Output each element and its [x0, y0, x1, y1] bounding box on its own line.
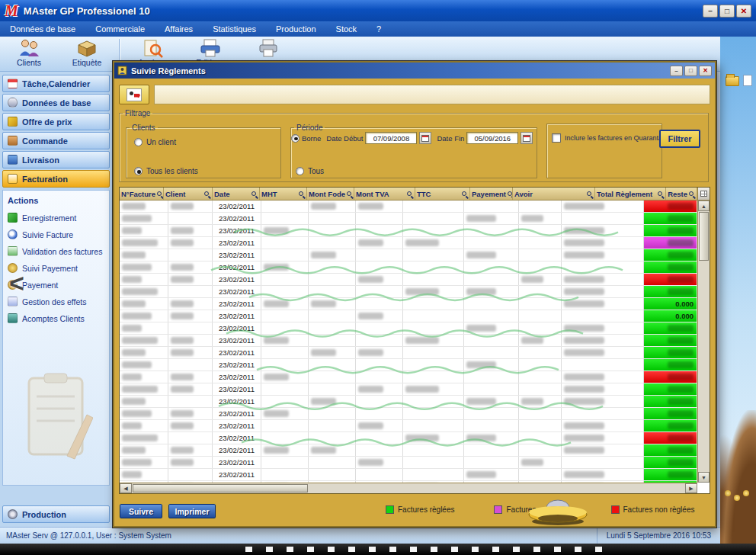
date-fin-input[interactable]: 05/09/2016	[466, 132, 518, 144]
taskbar[interactable]	[0, 544, 756, 555]
column-header[interactable]: TTC	[415, 188, 470, 200]
radio-tous-clients[interactable]: Tous les clients	[134, 167, 198, 175]
quarantaine-checkbox[interactable]	[552, 133, 561, 143]
table-row[interactable]: 23/02/2011	[120, 383, 697, 396]
sidebar-item-production[interactable]: Production	[2, 505, 110, 523]
column-header[interactable]: Date	[213, 188, 260, 200]
table-row[interactable]: 23/02/2011 0.000	[120, 310, 697, 322]
column-header[interactable]: Avoir	[513, 188, 595, 200]
action-item[interactable]: Enregistrement	[8, 213, 104, 223]
table-row[interactable]: 23/02/2011	[120, 457, 697, 469]
sidebar-item-livraison[interactable]: Livraison	[2, 151, 110, 168]
scroll-up-button[interactable]	[698, 201, 710, 211]
menu-item[interactable]: Stock	[326, 24, 367, 34]
table-row[interactable]: 23/02/2011	[120, 201, 697, 213]
sidebar-item-tache-calendrier[interactable]: Tâche,Calendrier	[2, 75, 110, 92]
radio-borne[interactable]	[291, 134, 300, 143]
table-row[interactable]: 23/02/2011	[120, 322, 697, 335]
search-icon[interactable]	[299, 191, 303, 196]
dialog-maximize-button[interactable]	[684, 66, 697, 76]
column-header[interactable]: Total Règlement	[595, 188, 666, 200]
table-row[interactable]: 23/02/2011	[120, 261, 697, 274]
search-icon[interactable]	[508, 191, 512, 196]
table-row[interactable]: 23/02/2011	[120, 249, 697, 261]
table-row[interactable]: 23/02/2011	[120, 371, 697, 383]
table-row[interactable]: 23/02/2011	[120, 347, 697, 359]
search-icon[interactable]	[347, 191, 351, 196]
maximize-button[interactable]	[719, 5, 735, 18]
dialog-close-button[interactable]	[699, 66, 712, 76]
column-header[interactable]: Mont Fode	[307, 188, 354, 200]
column-header[interactable]: Client	[164, 188, 213, 200]
search-icon[interactable]	[407, 191, 412, 196]
menu-item[interactable]: Statistiques	[203, 24, 266, 34]
table-row[interactable]: 23/02/2011	[120, 335, 697, 347]
table-row[interactable]: 23/02/2011	[120, 408, 697, 420]
search-icon[interactable]	[204, 191, 209, 196]
radio-button-icon[interactable]	[134, 167, 143, 175]
collapse-chevron-icon[interactable]	[9, 268, 24, 298]
date-fin-calendar-button[interactable]	[521, 132, 533, 144]
column-header[interactable]: N°Facture	[120, 188, 164, 200]
scroll-down-button[interactable]	[698, 472, 710, 483]
table-row[interactable]: 23/02/2011	[120, 396, 697, 408]
radio-tous[interactable]: Tous	[296, 167, 324, 175]
sidebar-item-commande[interactable]: Commande	[2, 132, 110, 149]
table-row[interactable]: 23/02/2011 0.000	[120, 298, 697, 310]
menu-item[interactable]: Données de base	[0, 24, 85, 34]
desktop-document-icon[interactable]	[743, 75, 752, 86]
sidebar-item-offre-de-prix[interactable]: Offre de prix	[2, 113, 110, 130]
sidebar-item-donnees-de-base[interactable]: Données de base	[2, 94, 110, 111]
action-item[interactable]: Validation des factures	[8, 246, 104, 256]
radio-un-client[interactable]: Un client	[134, 138, 176, 146]
column-header[interactable]: MHT	[260, 188, 307, 200]
column-header[interactable]: Reste	[666, 188, 697, 200]
date-debut-input[interactable]: 07/09/2008	[365, 132, 417, 144]
filtrer-button[interactable]: Filtrer	[659, 130, 700, 148]
radio-button-icon[interactable]	[296, 167, 304, 175]
table-row[interactable]: 23/02/2011	[120, 274, 697, 286]
table-row[interactable]: 23/02/2011	[120, 432, 697, 444]
quarantaine-checkbox-row[interactable]: Inclure les factures en Quarantaine	[552, 133, 671, 143]
imprimer-button[interactable]: Imprimer	[168, 503, 216, 519]
scroll-right-button[interactable]	[685, 483, 697, 493]
toolbar-clients-button[interactable]: Clients	[0, 37, 58, 67]
table-row[interactable]: 23/02/2011	[120, 444, 697, 457]
horizontal-scrollbar[interactable]	[120, 483, 697, 493]
column-header[interactable]: Payement	[470, 188, 513, 200]
exit-button[interactable]	[119, 85, 149, 104]
action-item[interactable]: Suivie Facture	[8, 229, 104, 239]
table-row[interactable]: 23/02/2011	[120, 225, 697, 237]
radio-button-icon[interactable]	[134, 138, 143, 146]
minimize-button[interactable]	[703, 5, 718, 18]
toolbar-print-button[interactable]	[239, 37, 297, 58]
table-row[interactable]: 23/02/2011	[120, 359, 697, 371]
vertical-scroll-thumb[interactable]	[699, 212, 709, 261]
table-row[interactable]: 23/02/2011	[120, 237, 697, 249]
toolbar-etiquette-button[interactable]: Etiquète	[58, 37, 116, 67]
search-icon[interactable]	[587, 191, 591, 196]
sidebar-item-facturation[interactable]: Facturation	[2, 170, 110, 188]
date-debut-calendar-button[interactable]	[419, 132, 431, 144]
suivre-button[interactable]: Suivre	[119, 503, 163, 519]
search-icon[interactable]	[658, 191, 662, 196]
menu-item[interactable]: ?	[367, 24, 391, 34]
menu-item[interactable]: Production	[266, 24, 326, 34]
horizontal-scroll-thumb[interactable]	[133, 484, 308, 492]
search-icon[interactable]	[689, 191, 694, 196]
desktop-folder-icon[interactable]	[726, 76, 739, 86]
table-row[interactable]: 23/02/2011	[120, 286, 697, 298]
table-row[interactable]: 23/02/2011	[120, 469, 697, 481]
menu-item[interactable]: Affaires	[155, 24, 203, 34]
action-item[interactable]: Acomptes Clients	[8, 313, 104, 323]
table-row[interactable]: 23/02/2011	[120, 420, 697, 432]
vertical-scrollbar[interactable]	[697, 201, 710, 483]
search-icon[interactable]	[462, 191, 466, 196]
table-row[interactable]: 23/02/2011	[120, 213, 697, 225]
scroll-left-button[interactable]	[120, 483, 132, 493]
search-icon[interactable]	[157, 191, 162, 196]
search-icon[interactable]	[251, 191, 256, 196]
table-options-button[interactable]	[697, 188, 710, 201]
column-header[interactable]: Mont TVA	[354, 188, 415, 200]
dialog-titlebar[interactable]: Suivie Règlements	[114, 63, 715, 79]
